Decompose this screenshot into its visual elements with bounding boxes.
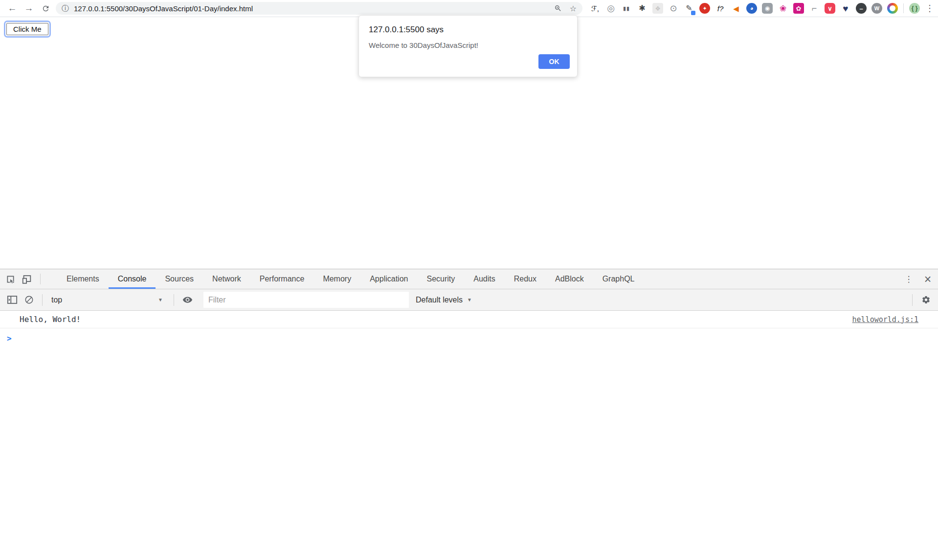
tabbar-divider xyxy=(40,274,41,284)
grid-extension-icon[interactable]: ❖ xyxy=(652,3,663,14)
device-toolbar-icon xyxy=(22,274,32,284)
tab-adblock[interactable]: AdBlock xyxy=(546,269,593,289)
tab-network[interactable]: Network xyxy=(203,269,250,289)
reload-icon xyxy=(42,4,50,13)
star-icon: ☆ xyxy=(570,4,577,13)
tetromino-extension-icon[interactable]: ⌐ xyxy=(809,3,820,14)
console-prompt-row[interactable]: > xyxy=(0,328,938,343)
toolbar-divider xyxy=(42,294,43,306)
heart-lens-extension-icon[interactable]: ♥ xyxy=(840,3,851,14)
device-toolbar-button[interactable] xyxy=(19,269,35,289)
toolbar-divider xyxy=(174,294,174,306)
block-icon xyxy=(24,295,34,304)
tab-security[interactable]: Security xyxy=(417,269,464,289)
gear-square-extension-icon[interactable]: ✿ xyxy=(793,3,804,14)
inspect-cursor-icon xyxy=(5,274,16,284)
columns-extension-icon[interactable]: ▮▮ xyxy=(621,3,632,14)
f-question-extension-icon[interactable]: f? xyxy=(715,3,726,14)
chevron-down-icon: ▼ xyxy=(467,297,472,302)
json-avatar-extension-icon[interactable]: { } xyxy=(909,3,920,14)
console-toolbar: top ▼ Default levels ▼ xyxy=(0,289,938,311)
click-me-focus-ring: Click Me xyxy=(4,21,51,38)
flower-extension-icon[interactable]: ❀ xyxy=(778,3,788,14)
eyedropper-extension-icon[interactable]: ✎ xyxy=(684,3,694,14)
prompt-chevron-icon: > xyxy=(7,334,12,343)
sidebar-toggle-icon xyxy=(7,295,18,304)
tab-redux[interactable]: Redux xyxy=(505,269,546,289)
color-wheel-center xyxy=(890,5,895,11)
inspect-element-button[interactable] xyxy=(2,269,19,289)
tab-audits[interactable]: Audits xyxy=(464,269,504,289)
kebab-icon: ⋮ xyxy=(905,274,913,284)
tabbar-spacer xyxy=(644,269,900,289)
browser-menu-button[interactable]: ⋮ xyxy=(922,1,937,16)
log-levels-selector[interactable]: Default levels ▼ xyxy=(416,296,472,304)
dots-circle-extension-icon[interactable]: ⊙ xyxy=(668,3,679,14)
live-expression-button[interactable] xyxy=(179,295,196,305)
toolbar-divider xyxy=(912,294,913,306)
zoom-button[interactable] xyxy=(554,4,562,12)
clear-console-button[interactable] xyxy=(21,295,37,304)
tab-memory[interactable]: Memory xyxy=(313,269,360,289)
eyedropper-badge xyxy=(691,11,695,15)
forward-icon: → xyxy=(24,3,34,14)
pocket-extension-icon[interactable]: ∨ xyxy=(825,3,835,14)
w-circle-extension-icon[interactable]: W xyxy=(871,3,882,14)
browser-toolbar: ← → ⓘ 127.0.0.1:5500/30DaysOfJavaScript/… xyxy=(0,0,938,17)
color-wheel-extension-icon[interactable] xyxy=(887,3,898,14)
console-message-row: Hello, World! helloworld.js:1 xyxy=(0,311,938,328)
console-settings-button[interactable] xyxy=(917,295,934,304)
circle-dash-extension-icon[interactable]: – xyxy=(856,3,867,14)
console-sidebar-toggle[interactable] xyxy=(4,295,21,304)
extensions-row: ℱ, ◎ ▮▮ ✱ ❖ ⊙ ✎ ✦ f? ◀ ◕ ◉ ❀ ✿ ⌐ ∨ ♥ – W… xyxy=(587,1,937,16)
tab-console[interactable]: Console xyxy=(109,269,156,289)
bookmark-button[interactable]: ☆ xyxy=(570,4,577,13)
chevron-down-icon: ▼ xyxy=(158,297,163,302)
forward-button[interactable]: → xyxy=(21,1,37,16)
gear-icon xyxy=(921,295,931,304)
devtools-tabs: Elements Console Sources Network Perform… xyxy=(57,269,644,289)
context-label: top xyxy=(51,296,62,304)
click-me-button[interactable]: Click Me xyxy=(6,23,48,35)
alert-message: Welcome to 30DaysOfJavaScript! xyxy=(369,41,567,49)
address-bar[interactable]: ⓘ 127.0.0.1:5500/30DaysOfJavaScript/01-D… xyxy=(56,2,582,15)
devtools-panel: Elements Console Sources Network Perform… xyxy=(0,269,938,560)
back-icon: ← xyxy=(8,3,17,14)
zoom-icon xyxy=(554,4,562,12)
console-message-text: Hello, World! xyxy=(20,315,81,324)
tab-sources[interactable]: Sources xyxy=(156,269,203,289)
tab-elements[interactable]: Elements xyxy=(57,269,109,289)
execution-context-selector[interactable]: top ▼ xyxy=(47,296,169,304)
back-button[interactable]: ← xyxy=(4,1,21,16)
source-link[interactable]: helloworld.js:1 xyxy=(852,315,918,324)
fontface-extension-icon[interactable]: ℱ, xyxy=(590,3,601,14)
alert-title: 127.0.0.1:5500 says xyxy=(369,25,567,35)
site-info-icon[interactable]: ⓘ xyxy=(62,4,69,13)
tab-graphql[interactable]: GraphQL xyxy=(593,269,644,289)
alert-dialog: 127.0.0.1:5500 says Welcome to 30DaysOfJ… xyxy=(358,15,578,77)
camera-extension-icon[interactable]: ◉ xyxy=(762,3,773,14)
levels-label: Default levels xyxy=(416,296,463,304)
filter-input[interactable] xyxy=(203,292,409,308)
bug-extension-icon[interactable]: ✱ xyxy=(637,3,648,14)
swirl-extension-icon[interactable]: ◕ xyxy=(746,3,757,14)
alert-ok-button[interactable]: OK xyxy=(538,54,570,69)
toolbar-divider xyxy=(903,3,904,13)
devtools-menu-button[interactable]: ⋮ xyxy=(900,269,917,289)
close-icon: × xyxy=(924,272,932,286)
url-text[interactable]: 127.0.0.1:5500/30DaysOfJavaScript/01-Day… xyxy=(74,4,546,13)
reload-button[interactable] xyxy=(37,1,54,16)
tab-performance[interactable]: Performance xyxy=(250,269,314,289)
stop-hand-extension-icon[interactable]: ✦ xyxy=(699,3,710,14)
tab-application[interactable]: Application xyxy=(360,269,417,289)
spiral-extension-icon[interactable]: ◎ xyxy=(605,3,616,14)
eye-icon xyxy=(182,295,193,305)
megaphone-extension-icon[interactable]: ◀ xyxy=(731,3,741,14)
devtools-tab-bar: Elements Console Sources Network Perform… xyxy=(0,269,938,289)
devtools-close-button[interactable]: × xyxy=(917,269,938,289)
kebab-icon: ⋮ xyxy=(925,3,934,14)
